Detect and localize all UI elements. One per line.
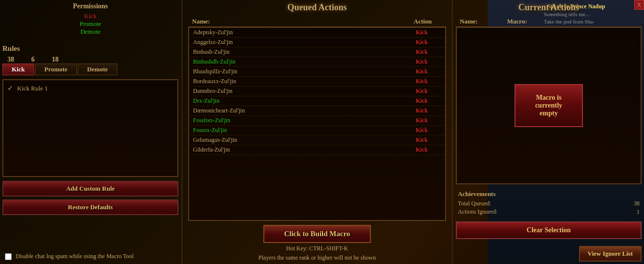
checkbox-row: Disable chat log spam while using the Ma… [5,253,134,260]
tab-promote[interactable]: Promote [35,64,77,75]
restore-defaults-button[interactable]: Restore Defaults [2,199,178,215]
table-row[interactable]: Bordeauxx-Zul'jin Kick [189,77,445,87]
current-table: Macro is currently empty [456,27,642,184]
demote-count: 18 [52,56,59,64]
row-name: Anggelzz-Zul'jin [193,39,402,46]
promote-count: 6 [31,56,35,64]
row-action: Kick [402,136,441,144]
table-row[interactable]: Binbash-Zul'jin Kick [189,47,445,57]
macro-empty-display: Macro is currently empty [515,84,583,127]
row-action: Kick [402,117,441,124]
permission-promote: Promote [2,20,178,28]
row-action: Kick [402,39,441,46]
macro-empty-line2: currently empty [535,102,562,117]
table-row[interactable]: Bluudspillz-Zul'jin Kick [189,67,445,77]
row-action: Kick [402,88,441,95]
row-name: Bordeauxx-Zul'jin [193,78,402,85]
close-button[interactable]: X [634,0,644,10]
tab-kick[interactable]: Kick [2,64,34,75]
row-name: Gelumagus-Zul'jin [193,136,402,144]
row-name: Gilderfa-Zul'jin [193,146,402,154]
disable-spam-label: Disable chat log spam while using the Ma… [16,253,134,260]
left-bottom-buttons: Add Custom Rule Restore Defaults [2,181,178,215]
row-name: Drx-Zul'jin [193,97,402,105]
row-name: Fossox-Zul'jin [193,127,402,134]
achievements-section: Achievements Total Queued: 38 Actions Ig… [456,188,642,219]
rule-label: Kick Rule 1 [17,85,48,92]
row-name: Damnbro-Zul'jin [193,88,402,95]
row-action: Kick [402,78,441,85]
total-queued-row: Total Queued: 38 [458,200,640,207]
tab-demote[interactable]: Demote [78,64,117,75]
hotkey-text: Hot Key: CTRL-SHIFT-K [188,245,446,252]
table-row[interactable]: Adeptsky-Zul'jin Kick [189,28,445,38]
build-macro-button[interactable]: Click to Build Macro [263,225,370,243]
queued-name-header: Name: [192,18,403,25]
tab-bar: Kick Promote Demote [2,64,178,75]
permission-kick: Kick [2,12,178,20]
row-name: Adeptsky-Zul'jin [193,29,402,36]
rules-box: ✓ Kick Rule 1 [2,79,178,177]
current-actions-title: Current Actions [456,2,642,13]
current-name-header: Name: [460,18,478,25]
row-action: Kick [402,146,441,154]
row-name: Dæmonicheart-Zul'jin [193,107,402,114]
row-name: Binbashdh-Zul'jin [193,58,402,66]
current-table-header: Name: Macro: [456,17,642,27]
row-name: Binbash-Zul'jin [193,48,402,56]
actions-ignored-row: Actions Ignored: 1 [458,208,640,216]
permissions-section: Permissions Kick Promote Demote [2,2,178,36]
disable-spam-checkbox[interactable] [5,253,12,260]
table-row[interactable]: Fossox-Zul'jin Kick [189,126,445,135]
table-row[interactable]: Damnbro-Zul'jin Kick [189,87,445,96]
view-ignore-list-button[interactable]: View Ignore List [579,246,642,262]
add-custom-rule-button[interactable]: Add Custom Rule [2,181,178,197]
total-queued-label: Total Queued: [458,200,491,207]
queued-actions-title: Queued Actions [188,2,446,13]
rules-title: Rules [2,44,178,53]
current-actions-panel: Current Actions Name: Macro: Macro is cu… [453,0,644,264]
kick-count: 38 [7,56,14,64]
build-btn-container: Click to Build Macro Hot Key: CTRL-SHIFT… [188,225,446,262]
row-action: Kick [402,127,441,134]
table-row[interactable]: Dæmonicheart-Zul'jin Kick [189,106,445,116]
achievements-title: Achievements [458,190,640,198]
table-row[interactable]: Fossfors-Zul'jin Kick [189,116,445,126]
queued-action-header: Action [403,18,442,25]
table-row[interactable]: Anggelzz-Zul'jin Kick [189,38,445,47]
current-macro-header: Macro: [507,18,527,25]
left-panel: Permissions Kick Promote Demote Rules 38… [0,0,181,264]
row-action: Kick [402,97,441,105]
macro-empty-line1: Macro is [536,94,561,101]
total-queued-value: 38 [634,200,640,207]
row-action: Kick [402,29,441,36]
row-action: Kick [402,48,441,56]
actions-ignored-label: Actions Ignored: [458,208,497,216]
permission-demote: Demote [2,28,178,36]
queued-actions-panel: Queued Actions Name: Action Adeptsky-Zul… [186,0,449,264]
row-action: Kick [402,107,441,114]
tab-counts: 38 6 18 [2,56,178,64]
rule-check-icon: ✓ [7,84,13,92]
table-row[interactable]: Drx-Zul'jin Kick [189,96,445,106]
table-row[interactable]: Binbashdh-Zul'jin Kick [189,57,445,67]
table-row[interactable]: Gilderfa-Zul'jin Kick [189,145,445,155]
rule-item[interactable]: ✓ Kick Rule 1 [7,84,173,92]
divider-left-middle [182,0,182,264]
row-name: Bluudspillz-Zul'jin [193,68,402,75]
queued-table[interactable]: Adeptsky-Zul'jin Kick Anggelzz-Zul'jin K… [188,27,446,221]
divider-middle-right [452,0,452,264]
actions-ignored-value: 1 [637,208,640,216]
row-action: Kick [402,58,441,66]
table-row[interactable]: Gelumagus-Zul'jin Kick [189,135,445,145]
row-name: Fossfors-Zul'jin [193,117,402,124]
queued-table-header: Name: Action [188,17,446,27]
disclaimer-text: Players the same rank or higher will not… [188,254,446,262]
permissions-title: Permissions [2,2,178,10]
clear-selection-button[interactable]: Clear Selection [456,221,642,239]
row-action: Kick [402,68,441,75]
